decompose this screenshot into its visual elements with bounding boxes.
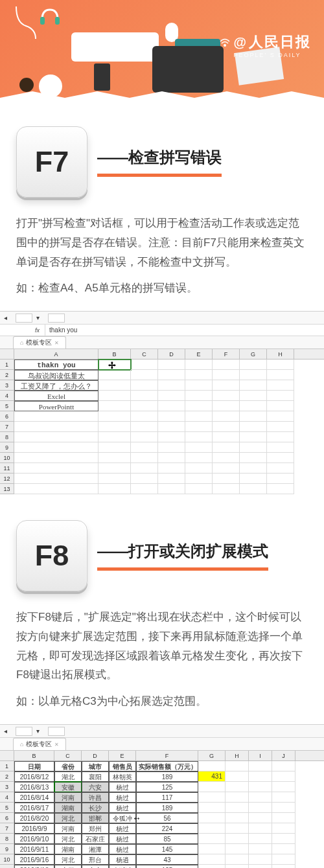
row-header[interactable]: 8 [0, 432, 14, 442]
cell[interactable] [249, 771, 272, 782]
cell[interactable] [267, 401, 294, 411]
cell[interactable] [267, 442, 294, 453]
cell[interactable]: 2016/8/14 [14, 792, 54, 803]
cell[interactable]: 2016/8/12 [14, 771, 54, 782]
cell[interactable] [131, 401, 158, 411]
cell[interactable] [240, 401, 267, 411]
row-header[interactable]: 6 [0, 411, 14, 422]
cell[interactable]: 杨过 [109, 803, 136, 813]
dropdown-icon[interactable]: ▾ [36, 314, 44, 322]
cell[interactable] [226, 823, 249, 834]
cell[interactable] [14, 484, 98, 494]
workbook-tab[interactable]: ⌂ 模板专区 ✕ [13, 738, 66, 750]
row-header[interactable]: 4 [0, 792, 14, 803]
cell[interactable] [158, 442, 185, 453]
select-all-corner[interactable] [0, 349, 14, 359]
cell[interactable] [249, 844, 272, 854]
cell[interactable] [198, 803, 226, 813]
cell[interactable]: 56 [136, 813, 198, 823]
toolbar-slot[interactable] [16, 314, 32, 323]
cell[interactable] [185, 380, 213, 391]
column-header[interactable]: H [267, 349, 294, 359]
cell[interactable]: 河北 [54, 854, 82, 865]
column-header[interactable]: H [226, 751, 249, 760]
cell[interactable] [185, 442, 213, 453]
row-header[interactable]: 13 [0, 484, 14, 494]
row-header[interactable]: 1 [0, 360, 14, 370]
table-header-cell[interactable]: 销售员 [109, 761, 136, 771]
cell[interactable]: PowerPointt [14, 401, 98, 411]
cell[interactable]: 安徽 [54, 865, 82, 868]
table-header-cell[interactable]: 省份 [54, 761, 82, 771]
cell[interactable] [14, 432, 98, 442]
cell[interactable]: 224 [136, 823, 198, 834]
cell[interactable] [213, 432, 240, 442]
cell[interactable] [272, 761, 295, 771]
cell[interactable] [240, 391, 267, 401]
cell[interactable] [158, 411, 185, 422]
cell[interactable] [198, 823, 226, 834]
column-header[interactable]: J [272, 751, 295, 760]
row-header[interactable]: 8 [0, 834, 14, 844]
cell[interactable] [267, 422, 294, 432]
cell[interactable]: 安徽 [54, 782, 82, 792]
table-header-cell[interactable]: 实际销售额（万元） [136, 761, 198, 771]
cell[interactable] [158, 422, 185, 432]
cell[interactable]: Exclel [14, 391, 98, 401]
cell[interactable] [272, 803, 295, 813]
cell[interactable]: 189 [136, 803, 198, 813]
cell[interactable] [185, 370, 213, 380]
cell[interactable] [213, 401, 240, 411]
cell[interactable] [272, 771, 295, 782]
cell[interactable] [267, 370, 294, 380]
back-icon[interactable]: ◂ [4, 314, 12, 322]
close-icon[interactable]: ✕ [54, 742, 59, 748]
cell[interactable] [131, 463, 158, 474]
cell[interactable] [98, 391, 131, 401]
cell[interactable] [185, 432, 213, 442]
cell[interactable] [158, 484, 185, 494]
column-header[interactable]: F [213, 349, 240, 359]
cell[interactable]: 湖南 [54, 844, 82, 854]
cell[interactable]: 令狐冲 [109, 865, 136, 868]
table-header-cell[interactable]: 城市 [82, 761, 109, 771]
row-header[interactable]: 3 [0, 782, 14, 792]
cell[interactable] [213, 370, 240, 380]
cell[interactable] [98, 401, 131, 411]
cell[interactable]: 431 [198, 771, 226, 782]
cell[interactable]: 湘潭 [82, 844, 109, 854]
cell[interactable] [131, 370, 158, 380]
cell[interactable] [131, 380, 158, 391]
row-header[interactable]: 12 [0, 474, 14, 484]
cell[interactable] [98, 370, 131, 380]
cell[interactable] [158, 401, 185, 411]
cell[interactable]: 郑州 [82, 823, 109, 834]
fx-icon[interactable]: fx [30, 325, 45, 336]
cell[interactable] [131, 442, 158, 453]
cell[interactable] [226, 844, 249, 854]
cell[interactable] [131, 422, 158, 432]
cell[interactable] [98, 432, 131, 442]
cell[interactable] [213, 453, 240, 463]
cell[interactable]: 杨过 [109, 844, 136, 854]
cell[interactable] [267, 474, 294, 484]
row-header[interactable]: 5 [0, 803, 14, 813]
cell[interactable]: 湖南 [54, 803, 82, 813]
cell[interactable]: 杨过 [109, 792, 136, 803]
cell[interactable] [98, 453, 131, 463]
cell[interactable] [185, 391, 213, 401]
cell[interactable] [240, 411, 267, 422]
table-header-cell[interactable]: 日期 [14, 761, 54, 771]
cell[interactable]: 125 [136, 782, 198, 792]
cell[interactable]: 鸟叔说阅读低量太 [14, 370, 98, 380]
cell[interactable] [131, 474, 158, 484]
cell[interactable] [249, 803, 272, 813]
cell[interactable] [198, 844, 226, 854]
cell[interactable] [14, 474, 98, 484]
cell[interactable]: 2016/8/13 [14, 782, 54, 792]
cell[interactable] [198, 782, 226, 792]
column-header[interactable]: C [54, 751, 82, 760]
cell[interactable] [198, 854, 226, 865]
cell[interactable]: 145 [136, 844, 198, 854]
cell[interactable] [98, 463, 131, 474]
